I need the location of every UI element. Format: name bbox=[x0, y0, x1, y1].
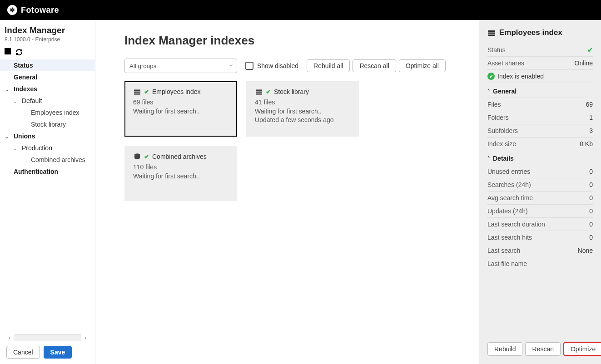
panel-row-value: 0 Kb bbox=[580, 140, 593, 148]
panel-row: Avg search time0 bbox=[487, 192, 593, 205]
scroll-track[interactable] bbox=[14, 334, 81, 341]
optimize-all-button[interactable]: Optimize all bbox=[399, 59, 446, 72]
panel-row-value: 69 bbox=[586, 101, 593, 108]
panel-row: Last search hits0 bbox=[487, 231, 593, 244]
panel-row-value: 0 bbox=[589, 181, 593, 188]
panel-general-label: General bbox=[493, 88, 517, 95]
database-icon bbox=[255, 88, 263, 95]
panel-details-label: Details bbox=[493, 155, 514, 162]
check-icon: ✔ bbox=[587, 46, 593, 54]
panel-row: Subfolders3 bbox=[487, 124, 593, 138]
panel-row: Last search duration0 bbox=[487, 218, 593, 231]
card-status: Waiting for first search.. bbox=[133, 107, 228, 116]
sidebar-header: Index Manager 8.1.1000.0 - Enterprise bbox=[0, 20, 95, 44]
app-title: Index Manager bbox=[5, 25, 90, 35]
rescan-button[interactable]: Rescan bbox=[525, 342, 560, 356]
cancel-button[interactable]: Cancel bbox=[6, 346, 40, 359]
panel-action-buttons: Rebuild Rescan Optimize bbox=[487, 342, 593, 356]
svg-rect-2 bbox=[134, 93, 140, 95]
panel-row-label: Avg search time bbox=[487, 194, 533, 202]
save-button[interactable]: Save bbox=[44, 346, 72, 359]
checkbox-icon bbox=[245, 62, 253, 70]
panel-row: Last file name bbox=[487, 257, 593, 270]
rebuild-all-button[interactable]: Rebuild all bbox=[307, 59, 350, 72]
svg-rect-5 bbox=[256, 93, 262, 95]
show-disabled-label: Show disabled bbox=[257, 62, 298, 69]
optimize-button[interactable]: Optimize bbox=[563, 342, 601, 356]
scroll-left-icon[interactable]: ‹ bbox=[6, 334, 13, 341]
panel-row-label: Index size bbox=[487, 140, 516, 148]
nav-combined-archives[interactable]: Combined archives bbox=[0, 154, 95, 166]
panel-row-value: 0 bbox=[589, 207, 593, 215]
sidebar-scrollbar[interactable]: ‹ › bbox=[6, 334, 89, 341]
panel-details-section[interactable]: ˄ Details bbox=[487, 150, 593, 165]
panel-row-value: 0 bbox=[589, 221, 593, 228]
panel-status-row: Status ✔ bbox=[487, 44, 593, 57]
panel-row-value: 0 bbox=[589, 234, 593, 241]
group-filter-select[interactable]: All groups bbox=[124, 59, 237, 73]
panel-row-label: Last search duration bbox=[487, 221, 545, 228]
nav-authentication[interactable]: Authentication bbox=[0, 166, 95, 177]
panel-title-text: Employees index bbox=[499, 28, 562, 37]
card-files: 69 files bbox=[133, 98, 228, 107]
panel-row-value: 0 bbox=[589, 168, 593, 175]
nav-production[interactable]: ⌵Production bbox=[0, 142, 95, 154]
check-icon: ✔ bbox=[266, 88, 271, 95]
panel-asset-shares-label: Asset shares bbox=[487, 59, 524, 67]
chevron-up-icon: ˄ bbox=[487, 89, 490, 94]
index-cards: ✔Employees index69 filesWaiting for firs… bbox=[124, 81, 468, 201]
nav-status[interactable]: Status bbox=[0, 59, 95, 71]
card-files: 41 files bbox=[255, 98, 350, 107]
card-status: Waiting for first search.. bbox=[255, 107, 350, 116]
chevron-down-icon: ⌵ bbox=[14, 99, 19, 104]
svg-rect-4 bbox=[256, 92, 262, 93]
nav-employees-index[interactable]: Employees index bbox=[0, 107, 95, 118]
brand-logo[interactable]: ✲ Fotoware bbox=[7, 5, 59, 15]
card-name: Combined archives bbox=[152, 153, 207, 160]
sidebar-footer: ‹ › Cancel Save bbox=[0, 330, 95, 364]
index-card[interactable]: ✔Stock library41 filesWaiting for first … bbox=[246, 81, 359, 137]
database-icon bbox=[487, 28, 496, 37]
card-status: Waiting for first search.. bbox=[133, 172, 228, 181]
nav-indexes[interactable]: ⌵Indexes bbox=[0, 83, 95, 95]
card-files: 110 files bbox=[133, 163, 228, 172]
panel-enabled-row: ✔ Index is enabled bbox=[487, 70, 593, 83]
panel-asset-shares-row: Asset shares Online bbox=[487, 57, 593, 70]
svg-rect-8 bbox=[488, 32, 495, 34]
nav-stock-library[interactable]: Stock library bbox=[0, 118, 95, 130]
stop-icon[interactable] bbox=[5, 48, 11, 54]
scroll-right-icon[interactable]: › bbox=[82, 334, 89, 341]
app-version: 8.1.1000.0 - Enterprise bbox=[5, 36, 90, 43]
sidebar-nav: Status General ⌵Indexes ⌵Default Employe… bbox=[0, 59, 95, 364]
chevron-down-icon: ⌵ bbox=[5, 134, 11, 139]
index-card[interactable]: ✔Employees index69 filesWaiting for firs… bbox=[124, 81, 237, 137]
chevron-down-icon: ⌵ bbox=[14, 146, 19, 151]
card-name: Stock library bbox=[274, 88, 309, 95]
panel-row-value: 1 bbox=[589, 114, 593, 121]
panel-row-label: Files bbox=[487, 101, 501, 108]
panel-row: Index size0 Kb bbox=[487, 138, 593, 150]
panel-row-label: Subfolders bbox=[487, 127, 518, 134]
panel-row-label: Last search hits bbox=[487, 234, 532, 241]
rebuild-button[interactable]: Rebuild bbox=[487, 342, 522, 356]
panel-row-label: Folders bbox=[487, 114, 509, 121]
index-card[interactable]: ✔Combined archives110 filesWaiting for f… bbox=[124, 146, 237, 201]
nav-general[interactable]: General bbox=[0, 71, 95, 83]
show-disabled-checkbox[interactable]: Show disabled bbox=[245, 62, 298, 70]
svg-rect-3 bbox=[256, 90, 262, 91]
top-bar: ✲ Fotoware bbox=[0, 0, 601, 20]
panel-row: Folders1 bbox=[487, 111, 593, 124]
nav-default[interactable]: ⌵Default bbox=[0, 95, 95, 107]
nav-unions[interactable]: ⌵Unions bbox=[0, 130, 95, 142]
refresh-icon[interactable] bbox=[15, 48, 23, 56]
rescan-all-button[interactable]: Rescan all bbox=[353, 59, 396, 72]
panel-row: Last searchNone bbox=[487, 244, 593, 257]
card-status2: Updated a few seconds ago bbox=[255, 116, 350, 125]
check-circle-icon: ✔ bbox=[487, 73, 495, 80]
main-content: Index Manager indexes All groups Show di… bbox=[95, 20, 479, 364]
sidebar: Index Manager 8.1.1000.0 - Enterprise St… bbox=[0, 20, 95, 364]
panel-title: Employees index bbox=[487, 28, 593, 37]
panel-status-label: Status bbox=[487, 46, 506, 54]
panel-general-section[interactable]: ˄ General bbox=[487, 83, 593, 98]
card-name: Employees index bbox=[152, 88, 201, 95]
